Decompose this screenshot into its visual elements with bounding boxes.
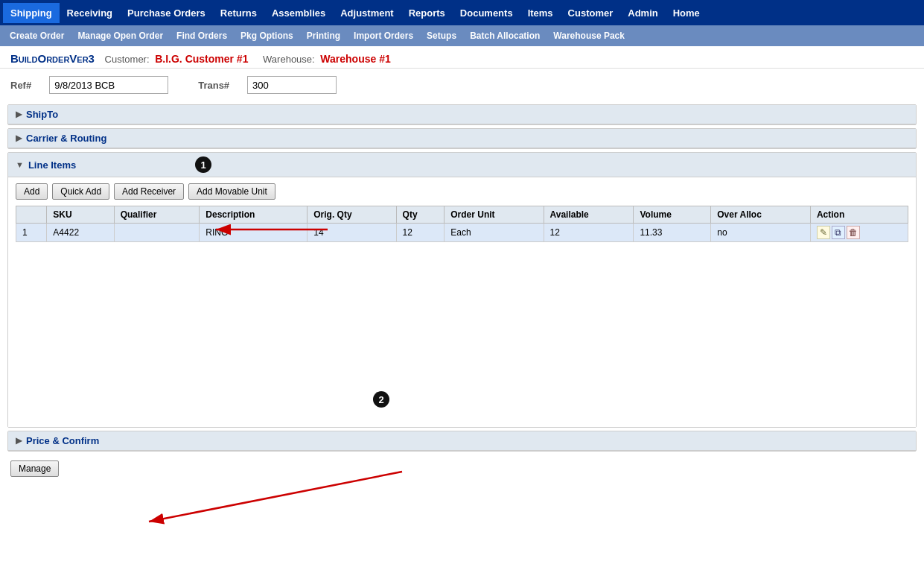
trans-label: Trans#: [198, 80, 229, 91]
carrier-label: Carrier & Routing: [26, 133, 106, 144]
col-available: Available: [544, 206, 634, 224]
line-items-buttons: Add Quick Add Add Receiver Add Movable U…: [16, 183, 908, 200]
row-num: 1: [16, 224, 47, 242]
row-orig-qty: 14: [308, 224, 396, 242]
price-confirm-expand-icon: ▶: [16, 436, 22, 446]
warehouse-value: Warehouse #1: [320, 53, 390, 65]
add-receiver-button[interactable]: Add Receiver: [114, 183, 184, 200]
nav-adjustment[interactable]: Adjustment: [333, 3, 401, 23]
carrier-header[interactable]: ▶ Carrier & Routing: [8, 129, 916, 148]
col-action: Action: [810, 206, 908, 224]
shipto-label: ShipTo: [26, 109, 58, 120]
nav-assemblies[interactable]: Assemblies: [264, 3, 333, 23]
row-over-alloc: no: [711, 224, 811, 242]
row-actions: ✎ ⧉ 🗑: [810, 224, 908, 242]
carrier-expand-icon: ▶: [16, 133, 22, 143]
line-items-section: ▼ Line Items 1 Add Quick Add Add Receive…: [7, 152, 917, 428]
line-items-label: Line Items: [28, 159, 76, 171]
manage-button[interactable]: Manage: [10, 460, 59, 477]
table-row: 1 A4422 RING 14 12 Each 12 11.33 no ✎: [16, 224, 908, 242]
subnav-manage-open-order[interactable]: Manage Open Order: [71, 28, 170, 44]
col-num: [16, 206, 47, 224]
sub-navigation: Create Order Manage Open Order Find Orde…: [0, 25, 924, 46]
ref-label: Ref#: [10, 80, 31, 91]
customer-label: Customer:: [105, 54, 150, 65]
page-title: BuildOrderVer3: [10, 52, 95, 65]
warehouse-label: Warehouse:: [263, 54, 315, 65]
col-qty: Qty: [396, 206, 445, 224]
nav-home[interactable]: Home: [666, 3, 707, 23]
col-orig-qty: Orig. Qty: [308, 206, 396, 224]
subnav-import-orders[interactable]: Import Orders: [347, 28, 420, 44]
ref-input[interactable]: [49, 76, 168, 94]
price-confirm-header[interactable]: ▶ Price & Confirm: [8, 431, 916, 451]
annotation-bubble-1: 1: [195, 156, 211, 173]
shipto-section: ▶ ShipTo: [7, 104, 917, 125]
subnav-pkg-options[interactable]: Pkg Options: [234, 28, 300, 44]
row-qualifier: [114, 224, 200, 242]
subnav-printing[interactable]: Printing: [300, 28, 347, 44]
nav-purchase-orders[interactable]: Purchase Orders: [120, 3, 213, 23]
shipto-expand-icon: ▶: [16, 110, 22, 119]
row-volume: 11.33: [634, 224, 711, 242]
col-description: Description: [200, 206, 308, 224]
subnav-create-order[interactable]: Create Order: [3, 28, 71, 44]
carrier-section: ▶ Carrier & Routing: [7, 128, 917, 149]
price-confirm-label: Price & Confirm: [26, 435, 99, 446]
row-available: 12: [544, 224, 634, 242]
row-order-unit: Each: [445, 224, 544, 242]
col-volume: Volume: [634, 206, 711, 224]
trans-input[interactable]: [247, 76, 337, 94]
edit-icon[interactable]: ✎: [817, 226, 830, 239]
subnav-find-orders[interactable]: Find Orders: [170, 28, 234, 44]
line-items-content: Add Quick Add Add Receiver Add Movable U…: [8, 177, 916, 427]
line-items-header[interactable]: ▼ Line Items 1: [8, 153, 916, 177]
copy-icon[interactable]: ⧉: [832, 226, 845, 239]
col-sku: SKU: [47, 206, 114, 224]
row-qty: 12: [396, 224, 445, 242]
subnav-batch-allocation[interactable]: Batch Allocation: [463, 28, 547, 44]
form-row: Ref# Trans#: [0, 69, 924, 101]
add-movable-unit-button[interactable]: Add Movable Unit: [188, 183, 275, 200]
nav-receiving[interactable]: Receiving: [60, 3, 120, 23]
nav-shipping[interactable]: Shipping: [3, 3, 60, 23]
row-description: RING: [200, 224, 308, 242]
customer-value: B.I.G. Customer #1: [155, 53, 248, 65]
add-button[interactable]: Add: [16, 183, 48, 200]
subnav-warehouse-pack[interactable]: Warehouse Pack: [547, 28, 631, 44]
quick-add-button[interactable]: Quick Add: [52, 183, 109, 200]
delete-icon[interactable]: 🗑: [847, 226, 860, 239]
nav-reports[interactable]: Reports: [401, 3, 453, 23]
price-confirm-section: ▶ Price & Confirm: [7, 431, 917, 452]
line-items-expand-icon: ▼: [16, 160, 24, 169]
annotation-bubble-2: 2: [373, 391, 389, 408]
bottom-button-row: Manage: [0, 455, 924, 483]
shipto-header[interactable]: ▶ ShipTo: [8, 105, 916, 124]
line-items-table: SKU Qualifier Description Orig. Qty Qty …: [16, 206, 908, 242]
nav-items[interactable]: Items: [520, 3, 561, 23]
nav-returns[interactable]: Returns: [213, 3, 264, 23]
nav-admin[interactable]: Admin: [620, 3, 665, 23]
nav-customer[interactable]: Customer: [561, 3, 621, 23]
row-sku: A4422: [47, 224, 114, 242]
nav-documents[interactable]: Documents: [453, 3, 520, 23]
col-qualifier: Qualifier: [114, 206, 200, 224]
col-order-unit: Order Unit: [445, 206, 544, 224]
top-navigation: Shipping Receiving Purchase Orders Retur…: [0, 0, 924, 25]
line-items-empty-area: 2: [16, 242, 908, 421]
subnav-setups[interactable]: Setups: [420, 28, 463, 44]
page-header: BuildOrderVer3 Customer: B.I.G. Customer…: [0, 46, 924, 69]
col-over-alloc: Over Alloc: [711, 206, 811, 224]
